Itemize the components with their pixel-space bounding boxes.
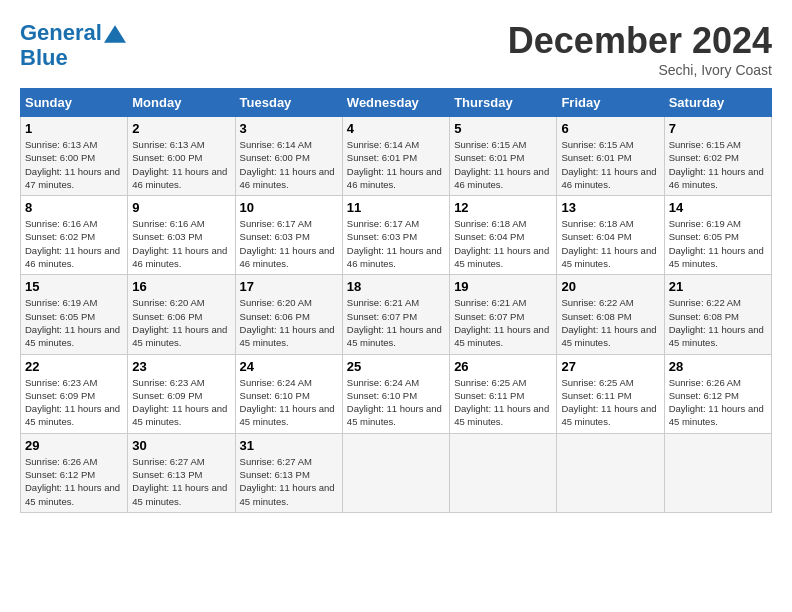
svg-marker-0: [104, 25, 126, 43]
calendar-cell: 11 Sunrise: 6:17 AMSunset: 6:03 PMDaylig…: [342, 196, 449, 275]
location-subtitle: Sechi, Ivory Coast: [508, 62, 772, 78]
calendar-body: 1 Sunrise: 6:13 AMSunset: 6:00 PMDayligh…: [21, 117, 772, 513]
day-info: Sunrise: 6:18 AMSunset: 6:04 PMDaylight:…: [454, 217, 552, 270]
calendar-cell: 9 Sunrise: 6:16 AMSunset: 6:03 PMDayligh…: [128, 196, 235, 275]
day-info: Sunrise: 6:20 AMSunset: 6:06 PMDaylight:…: [132, 296, 230, 349]
calendar-cell: 18 Sunrise: 6:21 AMSunset: 6:07 PMDaylig…: [342, 275, 449, 354]
calendar-week-row: 1 Sunrise: 6:13 AMSunset: 6:00 PMDayligh…: [21, 117, 772, 196]
calendar-cell: 3 Sunrise: 6:14 AMSunset: 6:00 PMDayligh…: [235, 117, 342, 196]
day-info: Sunrise: 6:24 AMSunset: 6:10 PMDaylight:…: [347, 376, 445, 429]
calendar-cell: 13 Sunrise: 6:18 AMSunset: 6:04 PMDaylig…: [557, 196, 664, 275]
calendar-cell: [664, 433, 771, 512]
calendar-cell: 7 Sunrise: 6:15 AMSunset: 6:02 PMDayligh…: [664, 117, 771, 196]
weekday-header-wednesday: Wednesday: [342, 89, 449, 117]
weekday-header-tuesday: Tuesday: [235, 89, 342, 117]
day-number: 2: [132, 121, 230, 136]
calendar-week-row: 22 Sunrise: 6:23 AMSunset: 6:09 PMDaylig…: [21, 354, 772, 433]
calendar-cell: 5 Sunrise: 6:15 AMSunset: 6:01 PMDayligh…: [450, 117, 557, 196]
day-number: 5: [454, 121, 552, 136]
logo-text: General Blue: [20, 20, 126, 71]
calendar-table: SundayMondayTuesdayWednesdayThursdayFrid…: [20, 88, 772, 513]
calendar-cell: 6 Sunrise: 6:15 AMSunset: 6:01 PMDayligh…: [557, 117, 664, 196]
day-number: 31: [240, 438, 338, 453]
calendar-cell: 10 Sunrise: 6:17 AMSunset: 6:03 PMDaylig…: [235, 196, 342, 275]
day-info: Sunrise: 6:13 AMSunset: 6:00 PMDaylight:…: [132, 138, 230, 191]
calendar-cell: 28 Sunrise: 6:26 AMSunset: 6:12 PMDaylig…: [664, 354, 771, 433]
weekday-header-friday: Friday: [557, 89, 664, 117]
calendar-cell: 24 Sunrise: 6:24 AMSunset: 6:10 PMDaylig…: [235, 354, 342, 433]
day-info: Sunrise: 6:26 AMSunset: 6:12 PMDaylight:…: [669, 376, 767, 429]
day-number: 1: [25, 121, 123, 136]
day-info: Sunrise: 6:21 AMSunset: 6:07 PMDaylight:…: [347, 296, 445, 349]
calendar-cell: 2 Sunrise: 6:13 AMSunset: 6:00 PMDayligh…: [128, 117, 235, 196]
day-number: 13: [561, 200, 659, 215]
calendar-cell: 29 Sunrise: 6:26 AMSunset: 6:12 PMDaylig…: [21, 433, 128, 512]
logo: General Blue: [20, 20, 126, 71]
day-number: 27: [561, 359, 659, 374]
day-number: 16: [132, 279, 230, 294]
calendar-cell: 20 Sunrise: 6:22 AMSunset: 6:08 PMDaylig…: [557, 275, 664, 354]
day-info: Sunrise: 6:19 AMSunset: 6:05 PMDaylight:…: [669, 217, 767, 270]
calendar-cell: 30 Sunrise: 6:27 AMSunset: 6:13 PMDaylig…: [128, 433, 235, 512]
calendar-cell: 15 Sunrise: 6:19 AMSunset: 6:05 PMDaylig…: [21, 275, 128, 354]
day-info: Sunrise: 6:25 AMSunset: 6:11 PMDaylight:…: [561, 376, 659, 429]
day-info: Sunrise: 6:26 AMSunset: 6:12 PMDaylight:…: [25, 455, 123, 508]
day-number: 14: [669, 200, 767, 215]
day-number: 4: [347, 121, 445, 136]
day-info: Sunrise: 6:23 AMSunset: 6:09 PMDaylight:…: [25, 376, 123, 429]
day-info: Sunrise: 6:17 AMSunset: 6:03 PMDaylight:…: [240, 217, 338, 270]
day-number: 19: [454, 279, 552, 294]
day-number: 24: [240, 359, 338, 374]
day-info: Sunrise: 6:21 AMSunset: 6:07 PMDaylight:…: [454, 296, 552, 349]
logo-icon: [104, 25, 126, 43]
calendar-cell: 23 Sunrise: 6:23 AMSunset: 6:09 PMDaylig…: [128, 354, 235, 433]
day-number: 8: [25, 200, 123, 215]
day-info: Sunrise: 6:14 AMSunset: 6:01 PMDaylight:…: [347, 138, 445, 191]
day-number: 11: [347, 200, 445, 215]
day-info: Sunrise: 6:15 AMSunset: 6:02 PMDaylight:…: [669, 138, 767, 191]
calendar-cell: 1 Sunrise: 6:13 AMSunset: 6:00 PMDayligh…: [21, 117, 128, 196]
day-info: Sunrise: 6:17 AMSunset: 6:03 PMDaylight:…: [347, 217, 445, 270]
calendar-week-row: 8 Sunrise: 6:16 AMSunset: 6:02 PMDayligh…: [21, 196, 772, 275]
calendar-cell: [557, 433, 664, 512]
day-info: Sunrise: 6:15 AMSunset: 6:01 PMDaylight:…: [454, 138, 552, 191]
calendar-cell: 21 Sunrise: 6:22 AMSunset: 6:08 PMDaylig…: [664, 275, 771, 354]
day-info: Sunrise: 6:24 AMSunset: 6:10 PMDaylight:…: [240, 376, 338, 429]
calendar-week-row: 29 Sunrise: 6:26 AMSunset: 6:12 PMDaylig…: [21, 433, 772, 512]
day-info: Sunrise: 6:16 AMSunset: 6:02 PMDaylight:…: [25, 217, 123, 270]
calendar-cell: 14 Sunrise: 6:19 AMSunset: 6:05 PMDaylig…: [664, 196, 771, 275]
calendar-cell: [342, 433, 449, 512]
day-number: 29: [25, 438, 123, 453]
day-info: Sunrise: 6:23 AMSunset: 6:09 PMDaylight:…: [132, 376, 230, 429]
day-info: Sunrise: 6:13 AMSunset: 6:00 PMDaylight:…: [25, 138, 123, 191]
weekday-header-monday: Monday: [128, 89, 235, 117]
day-number: 21: [669, 279, 767, 294]
calendar-header-row: SundayMondayTuesdayWednesdayThursdayFrid…: [21, 89, 772, 117]
day-info: Sunrise: 6:20 AMSunset: 6:06 PMDaylight:…: [240, 296, 338, 349]
day-info: Sunrise: 6:27 AMSunset: 6:13 PMDaylight:…: [132, 455, 230, 508]
day-number: 3: [240, 121, 338, 136]
calendar-cell: 22 Sunrise: 6:23 AMSunset: 6:09 PMDaylig…: [21, 354, 128, 433]
day-info: Sunrise: 6:18 AMSunset: 6:04 PMDaylight:…: [561, 217, 659, 270]
day-info: Sunrise: 6:27 AMSunset: 6:13 PMDaylight:…: [240, 455, 338, 508]
calendar-week-row: 15 Sunrise: 6:19 AMSunset: 6:05 PMDaylig…: [21, 275, 772, 354]
day-number: 26: [454, 359, 552, 374]
calendar-cell: 4 Sunrise: 6:14 AMSunset: 6:01 PMDayligh…: [342, 117, 449, 196]
calendar-cell: 8 Sunrise: 6:16 AMSunset: 6:02 PMDayligh…: [21, 196, 128, 275]
day-info: Sunrise: 6:25 AMSunset: 6:11 PMDaylight:…: [454, 376, 552, 429]
day-info: Sunrise: 6:16 AMSunset: 6:03 PMDaylight:…: [132, 217, 230, 270]
day-number: 23: [132, 359, 230, 374]
day-info: Sunrise: 6:22 AMSunset: 6:08 PMDaylight:…: [561, 296, 659, 349]
day-number: 25: [347, 359, 445, 374]
title-block: December 2024 Sechi, Ivory Coast: [508, 20, 772, 78]
calendar-cell: 12 Sunrise: 6:18 AMSunset: 6:04 PMDaylig…: [450, 196, 557, 275]
day-info: Sunrise: 6:14 AMSunset: 6:00 PMDaylight:…: [240, 138, 338, 191]
calendar-cell: 19 Sunrise: 6:21 AMSunset: 6:07 PMDaylig…: [450, 275, 557, 354]
day-number: 10: [240, 200, 338, 215]
calendar-cell: 31 Sunrise: 6:27 AMSunset: 6:13 PMDaylig…: [235, 433, 342, 512]
calendar-cell: 25 Sunrise: 6:24 AMSunset: 6:10 PMDaylig…: [342, 354, 449, 433]
month-title: December 2024: [508, 20, 772, 62]
calendar-cell: 16 Sunrise: 6:20 AMSunset: 6:06 PMDaylig…: [128, 275, 235, 354]
calendar-cell: 17 Sunrise: 6:20 AMSunset: 6:06 PMDaylig…: [235, 275, 342, 354]
day-number: 12: [454, 200, 552, 215]
